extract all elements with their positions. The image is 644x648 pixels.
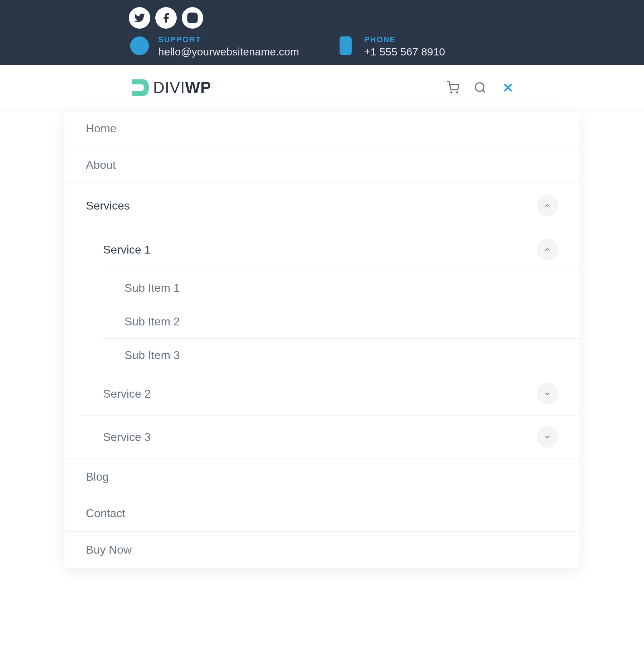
twitter-icon[interactable]	[129, 7, 150, 29]
phone-block: PHONE +1 555 567 8910	[335, 35, 445, 58]
svg-point-10	[345, 50, 347, 52]
menu-item-contact[interactable]: Contact	[64, 495, 580, 531]
logo-mark-icon	[129, 77, 151, 99]
close-icon[interactable]	[501, 80, 515, 95]
chevron-up-icon[interactable]	[537, 239, 558, 260]
instagram-icon[interactable]	[182, 7, 203, 29]
facebook-icon[interactable]	[155, 7, 177, 29]
svg-line-14	[483, 90, 485, 93]
logo[interactable]: DIVIWP	[129, 77, 211, 99]
chevron-down-icon[interactable]	[537, 426, 558, 448]
cart-icon[interactable]	[447, 81, 459, 94]
menu-item-home[interactable]: Home	[64, 111, 580, 147]
support-label: SUPPORT	[158, 35, 299, 44]
chevron-up-icon[interactable]	[537, 195, 558, 216]
svg-point-12	[457, 92, 458, 93]
topbar: SUPPORT hello@yourwebsitename.com PHONE …	[0, 0, 644, 65]
phone-value[interactable]: +1 555 567 8910	[364, 46, 445, 58]
header: DIVIWP	[0, 65, 644, 111]
social-links	[129, 7, 515, 29]
menu-item-sub-2[interactable]: Sub Item 2	[103, 305, 580, 338]
svg-point-2	[195, 15, 196, 16]
svg-point-11	[451, 92, 452, 93]
menu-item-blog[interactable]: Blog	[64, 459, 580, 495]
logo-text: DIVIWP	[153, 79, 211, 97]
menu-item-service-3[interactable]: Service 3	[82, 416, 580, 458]
menu-item-sub-1[interactable]: Sub Item 1	[103, 271, 580, 305]
svg-point-1	[191, 16, 195, 20]
menu-item-services[interactable]: Services	[64, 183, 580, 228]
mobile-icon	[335, 35, 356, 57]
menu-item-sub-3[interactable]: Sub Item 3	[103, 339, 580, 372]
menu-item-service-1[interactable]: Service 1	[82, 228, 580, 271]
chevron-down-icon[interactable]	[537, 383, 558, 404]
phone-label: PHONE	[364, 35, 445, 44]
search-icon[interactable]	[474, 81, 487, 94]
menu-item-about[interactable]: About	[64, 147, 580, 183]
menu-item-buy-now[interactable]: Buy Now	[64, 532, 580, 568]
support-value[interactable]: hello@yourwebsitename.com	[158, 46, 299, 58]
support-block: SUPPORT hello@yourwebsitename.com	[129, 35, 299, 58]
svg-point-13	[475, 83, 484, 92]
mobile-menu: Home About Services Service 1	[64, 111, 580, 568]
menu-item-service-2[interactable]: Service 2	[82, 372, 580, 415]
lifebuoy-icon	[129, 35, 150, 57]
svg-point-4	[136, 43, 143, 49]
